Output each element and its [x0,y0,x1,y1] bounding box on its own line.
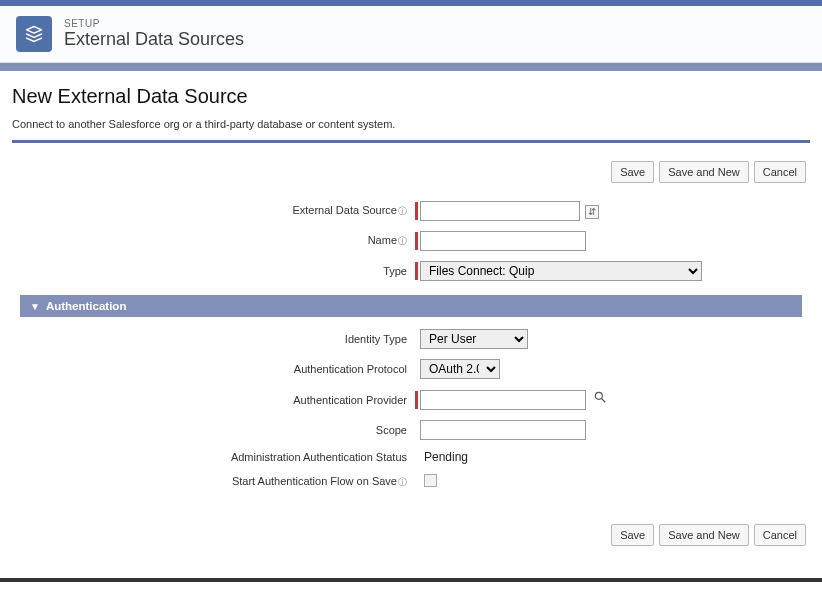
autofill-icon[interactable]: ⇵ [585,205,599,219]
scope-input[interactable] [420,420,586,440]
field-auth-provider: Authentication Provider [20,389,802,410]
cancel-button[interactable]: Cancel [754,524,806,546]
svg-point-0 [596,392,603,399]
save-and-new-button[interactable]: Save and New [659,161,749,183]
help-icon: ⓘ [398,236,407,246]
external-data-source-input[interactable] [420,201,580,221]
field-external-data-source: External Data Sourceⓘ ⇵ [20,201,802,221]
cancel-button[interactable]: Cancel [754,161,806,183]
page-title: New External Data Source [12,85,810,108]
type-select[interactable]: Files Connect: Quip [420,261,702,281]
setup-header: SETUP External Data Sources [0,6,822,63]
header-accent-strip [0,63,822,71]
svg-line-1 [602,399,606,403]
field-name: Nameⓘ [20,231,802,251]
lookup-icon[interactable] [592,389,608,405]
main-form: External Data Sourceⓘ ⇵ Nameⓘ Type [12,191,810,516]
required-indicator [415,232,418,250]
auth-provider-label: Authentication Provider [293,394,407,406]
name-input[interactable] [420,231,586,251]
required-indicator [415,391,418,409]
bottom-button-row: Save Save and New Cancel [12,516,810,554]
help-icon: ⓘ [398,206,407,216]
authentication-section-label: Authentication [46,300,127,312]
external-data-source-label: External Data Source [292,204,397,216]
auth-protocol-select[interactable]: OAuth 2.0 [420,359,500,379]
page-description: Connect to another Salesforce org or a t… [12,118,810,130]
save-button[interactable]: Save [611,161,654,183]
chevron-down-icon: ▼ [30,301,40,312]
bottom-border [0,578,822,582]
help-icon: ⓘ [398,477,407,487]
field-auth-protocol: Authentication Protocol OAuth 2.0 [20,359,802,379]
auth-protocol-label: Authentication Protocol [294,363,407,375]
header-eyebrow: SETUP [64,18,244,29]
identity-type-label: Identity Type [345,333,407,345]
field-type: Type Files Connect: Quip [20,261,802,281]
name-label: Name [368,234,397,246]
start-auth-flow-label: Start Authentication Flow on Save [232,475,397,487]
required-indicator [415,202,418,220]
divider [12,140,810,143]
save-and-new-button[interactable]: Save and New [659,524,749,546]
scope-label: Scope [376,424,407,436]
top-button-row: Save Save and New Cancel [12,153,810,191]
field-identity-type: Identity Type Per User [20,329,802,349]
field-start-auth-flow: Start Authentication Flow on Saveⓘ [20,474,802,490]
identity-type-select[interactable]: Per User [420,329,528,349]
field-admin-auth-status: Administration Authentication Status Pen… [20,450,802,464]
header-title: External Data Sources [64,29,244,50]
save-button[interactable]: Save [611,524,654,546]
start-auth-flow-checkbox[interactable] [424,474,437,487]
authentication-section-header[interactable]: ▼ Authentication [20,295,802,317]
external-data-icon [16,16,52,52]
type-label: Type [383,265,407,277]
required-indicator [415,262,418,280]
admin-auth-status-label: Administration Authentication Status [231,451,407,463]
admin-auth-status-value: Pending [420,450,468,464]
field-scope: Scope [20,420,802,440]
auth-provider-input[interactable] [420,390,586,410]
